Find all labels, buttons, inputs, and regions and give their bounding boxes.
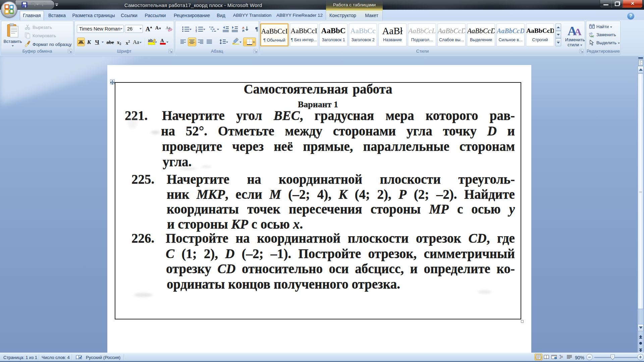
svg-text:3: 3 — [196, 30, 197, 32]
svg-text:A: A — [574, 26, 582, 37]
svg-text:ac: ac — [591, 35, 594, 37]
svg-text:ab: ab — [148, 38, 153, 43]
svg-text:A: A — [160, 38, 164, 43]
svg-text:Я: Я — [242, 29, 244, 32]
